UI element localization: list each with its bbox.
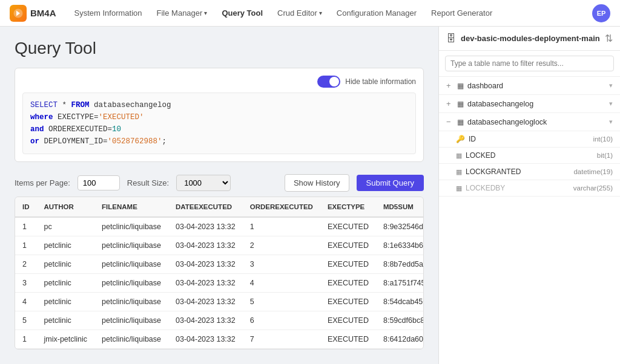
table-cell: 03-04-2023 13:32 [168, 330, 243, 349]
show-history-button[interactable]: Show History [285, 174, 349, 192]
nav-file-manager[interactable]: File Manager ▾ [151, 6, 214, 20]
table-cell: EXECUTED [320, 274, 376, 293]
table-cell: 1 [15, 236, 37, 255]
table-cell: EXECUTED [320, 255, 376, 274]
sidebar-header: 🗄 dev-basic-modules-deployment-main ⇅ [439, 27, 620, 51]
table-cell: petclinic/liquibase [94, 274, 168, 293]
table-cell: petclinic [37, 255, 95, 274]
table-cell: jmix-petclinic [37, 330, 95, 349]
nav-configuration-manager[interactable]: Configuration Manager [331, 6, 423, 20]
table-cell: petclinic/liquibase [94, 330, 168, 349]
expand-icon-2: + [446, 99, 453, 108]
table-cell: EXECUTED [320, 293, 376, 311]
col-header-author: AUTHOR [37, 197, 95, 217]
table-cell: 1 [15, 217, 37, 236]
sidebar-filter [439, 51, 620, 77]
table-cell: 03-04-2023 13:32 [168, 311, 243, 330]
table-icon: ▦ [457, 82, 464, 90]
table-filter-input[interactable] [445, 56, 614, 71]
table-icon-3: ▦ [457, 118, 464, 126]
brand-name: BM4A [30, 8, 56, 18]
arrow-icon: ▾ [609, 82, 613, 89]
table-row[interactable]: 2petclinicpetclinic/liquibase03-04-2023 … [15, 255, 424, 274]
table-cell: 1 [243, 217, 320, 236]
table-cell: petclinic/liquibase [94, 293, 168, 311]
nav-crud-editor[interactable]: Crud Editor ▾ [271, 6, 328, 20]
result-size-select[interactable]: 1000 100 500 5000 [176, 175, 231, 191]
table-cell: 8:1e6334b64a39e [376, 236, 424, 255]
table-cell: petclinic [37, 293, 95, 311]
resize-icon[interactable]: ⇅ [605, 33, 613, 44]
table-row[interactable]: 3petclinicpetclinic/liquibase03-04-2023 … [15, 274, 424, 293]
table-cell: EXECUTED [320, 330, 376, 349]
col-header-dateexecuted: DATEEXECUTED [168, 197, 243, 217]
items-per-page-label: Items per Page: [15, 178, 70, 187]
table-row[interactable]: 4petclinicpetclinic/liquibase03-04-2023 … [15, 293, 424, 311]
table-row[interactable]: 1jmix-petclinicpetclinic/liquibase03-04-… [15, 330, 424, 349]
main-layout: Query Tool Hide table information SELECT… [0, 27, 620, 364]
col-header-exectype: EXECTYPE [320, 197, 376, 217]
sql-editor[interactable]: SELECT * FROM databasechangelog where EX… [22, 93, 416, 154]
column-lockedby: ▦ LOCKEDBY varchar(255) [439, 180, 620, 197]
controls-row: Items per Page: Result Size: 1000 100 50… [15, 169, 424, 197]
table-cell: 8:a1751f7455e9a0 [376, 274, 424, 293]
column-icon-3: ▦ [456, 184, 462, 192]
table-cell: 5 [243, 293, 320, 311]
expand-icon: + [446, 81, 453, 90]
avatar[interactable]: EP [592, 4, 610, 22]
column-icon: ▦ [456, 152, 462, 160]
brand-icon [10, 5, 27, 22]
db-name: dev-basic-modules-deployment-main [461, 34, 600, 43]
nav-query-tool[interactable]: Query Tool [216, 6, 269, 20]
table-cell: petclinic/liquibase [94, 236, 168, 255]
table-cell: EXECUTED [320, 236, 376, 255]
brand[interactable]: BM4A [10, 5, 56, 22]
table-cell: 03-04-2023 13:32 [168, 274, 243, 293]
table-cell: 3 [243, 255, 320, 274]
table-cell: petclinic [37, 236, 95, 255]
table-cell: petclinic/liquibase [94, 311, 168, 330]
table-header-row: ID AUTHOR FILENAME DATEEXECUTED ORDEREXE… [15, 197, 424, 217]
table-cell: petclinic/liquibase [94, 255, 168, 274]
table-cell: petclinic/liquibase [94, 217, 168, 236]
nav-report-generator[interactable]: Report Generator [425, 6, 498, 20]
table-cell: 8:6412da606d40c [376, 330, 424, 349]
collapse-icon: − [446, 117, 453, 126]
table-body: 1pcpetclinic/liquibase03-04-2023 13:321E… [15, 217, 424, 349]
tree-item-dashboard[interactable]: + ▦ dashboard ▾ [439, 77, 620, 95]
table-row[interactable]: 1petclinicpetclinic/liquibase03-04-2023 … [15, 236, 424, 255]
table-cell: EXECUTED [320, 311, 376, 330]
sidebar-panel: 🗄 dev-basic-modules-deployment-main ⇅ + … [438, 27, 620, 364]
results-table-wrapper: ID AUTHOR FILENAME DATEEXECUTED ORDEREXE… [15, 197, 424, 349]
table-cell: 8:9e32546d6e7e07 [376, 217, 424, 236]
column-locked: ▦ LOCKED bit(1) [439, 148, 620, 164]
hide-table-toggle[interactable] [317, 76, 340, 88]
arrow-icon-3: ▾ [609, 118, 613, 126]
table-cell: 8:59cdf6bc82f59b [376, 311, 424, 330]
table-cell: 4 [15, 293, 37, 311]
navbar: BM4A System Information File Manager ▾ Q… [0, 0, 620, 27]
table-cell: 03-04-2023 13:32 [168, 293, 243, 311]
nav-system-information[interactable]: System Information [68, 6, 148, 20]
table-cell: 6 [243, 311, 320, 330]
table-cell: pc [37, 217, 95, 236]
column-id: 🔑 ID int(10) [439, 131, 620, 148]
table-cell: 5 [15, 311, 37, 330]
table-cell: EXECUTED [320, 217, 376, 236]
submit-query-button[interactable]: Submit Query [357, 175, 424, 191]
tree-item-databasechangeloglock[interactable]: − ▦ databasechangeloglock ▾ [439, 113, 620, 131]
table-cell: 8:54dcab456ab92 [376, 293, 424, 311]
query-container: Hide table information SELECT * FROM dat… [15, 68, 424, 162]
toggle-label: Hide table information [345, 77, 416, 86]
table-cell: 03-04-2023 13:32 [168, 236, 243, 255]
table-row[interactable]: 1pcpetclinic/liquibase03-04-2023 13:321E… [15, 217, 424, 236]
arrow-icon-2: ▾ [609, 100, 613, 108]
table-cell: petclinic [37, 274, 95, 293]
column-icon-2: ▦ [456, 168, 462, 176]
table-cell: 03-04-2023 13:32 [168, 217, 243, 236]
table-cell: 03-04-2023 13:32 [168, 255, 243, 274]
tree-item-databasechangelog[interactable]: + ▦ databasechangelog ▾ [439, 95, 620, 113]
items-per-page-input[interactable] [78, 175, 120, 190]
col-header-md5sum: MD5SUM [376, 197, 424, 217]
table-row[interactable]: 5petclinicpetclinic/liquibase03-04-2023 … [15, 311, 424, 330]
